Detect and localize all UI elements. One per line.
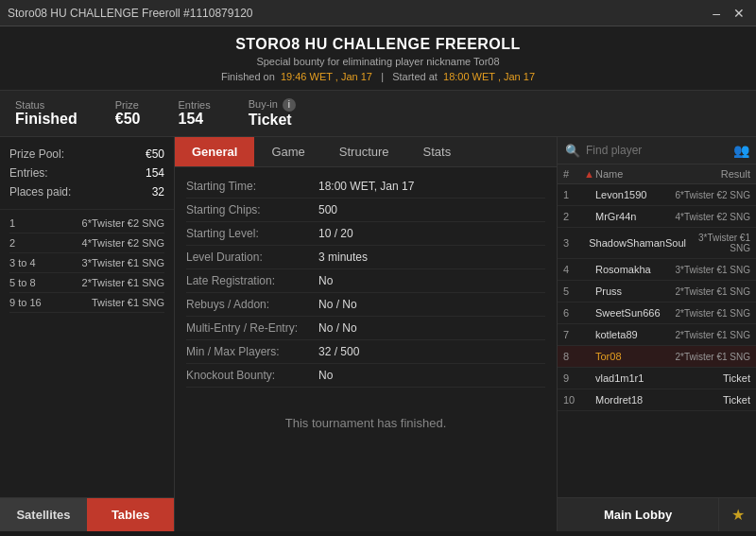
center-panel: GeneralGameStructureStats Starting Time:… bbox=[175, 137, 558, 531]
table-row[interactable]: 10 Mordret18 Ticket bbox=[558, 389, 756, 411]
search-icon: 🔍 bbox=[565, 144, 580, 158]
list-item: Late Registration:No bbox=[186, 269, 545, 293]
tables-button[interactable]: Tables bbox=[87, 498, 174, 531]
prize-info: Prize Pool: €50 Entries: 154 Places paid… bbox=[0, 137, 174, 210]
entries-value-left: 154 bbox=[146, 166, 164, 180]
player-pos: 8 bbox=[563, 351, 584, 362]
right-panel: 🔍 👥 # ▲ Name Result 1 Levon1590 6*Twiste… bbox=[558, 137, 756, 531]
place-pos: 3 to 4 bbox=[9, 257, 36, 268]
tab-general[interactable]: General bbox=[175, 137, 254, 166]
main-content: Prize Pool: €50 Entries: 154 Places paid… bbox=[0, 137, 756, 531]
table-row[interactable]: 4 Rosomakha 3*Twister €1 SNG bbox=[558, 259, 756, 281]
field-value: 18:00 WET, Jan 17 bbox=[318, 180, 414, 193]
player-name: Tor08 bbox=[595, 351, 670, 362]
table-row[interactable]: 6 SweetSun666 2*Twister €1 SNG bbox=[558, 303, 756, 324]
window-title: Storo08 HU CHALLENGE Freeroll #111087912… bbox=[8, 7, 252, 20]
prizepool-row: Prize Pool: €50 bbox=[9, 145, 164, 164]
tab-stats[interactable]: Stats bbox=[406, 137, 469, 166]
main-lobby-bar: Main Lobby ★ bbox=[558, 497, 756, 531]
player-result: 2*Twister €1 SNG bbox=[670, 330, 750, 340]
player-result: 2*Twister €1 SNG bbox=[670, 286, 750, 297]
player-result: 6*Twister €2 SNG bbox=[670, 190, 750, 200]
tab-structure[interactable]: Structure bbox=[322, 137, 406, 166]
col-num-header: # bbox=[563, 168, 584, 180]
prizepool-label: Prize Pool: bbox=[9, 147, 64, 161]
table-row[interactable]: 5 Pruss 2*Twister €1 SNG bbox=[558, 281, 756, 303]
player-name: SweetSun666 bbox=[595, 307, 670, 319]
player-pos: 9 bbox=[563, 372, 584, 384]
tournament-dates: Finished on 19:46 WET , Jan 17 | Started… bbox=[0, 71, 756, 82]
favorite-button[interactable]: ★ bbox=[718, 498, 756, 531]
buyin-label: Buy-in i bbox=[249, 98, 296, 112]
prize-value: €50 bbox=[115, 111, 141, 128]
status-bar: Status Finished Prize €50 Entries 154 Bu… bbox=[0, 91, 756, 137]
list-item: Starting Level:10 / 20 bbox=[186, 222, 545, 246]
field-value: 10 / 20 bbox=[318, 227, 353, 240]
field-label: Rebuys / Addon: bbox=[186, 298, 318, 311]
field-label: Starting Time: bbox=[186, 180, 318, 193]
player-result: 2*Twister €1 SNG bbox=[670, 352, 750, 362]
tab-content: Starting Time:18:00 WET, Jan 17Starting … bbox=[175, 167, 557, 531]
field-label: Late Registration: bbox=[186, 274, 318, 287]
table-row[interactable]: 1 Levon1590 6*Twister €2 SNG bbox=[558, 184, 756, 206]
player-result: 2*Twister €1 SNG bbox=[670, 308, 750, 319]
place-pos: 9 to 16 bbox=[9, 297, 42, 308]
satellites-button[interactable]: Satellites bbox=[0, 498, 87, 531]
player-result: 4*Twister €2 SNG bbox=[670, 212, 750, 222]
tournament-header: STORO8 HU CHALLENGE FREEROLL Special bou… bbox=[0, 26, 756, 91]
main-lobby-button[interactable]: Main Lobby bbox=[558, 498, 718, 531]
buyin-info-icon[interactable]: i bbox=[283, 98, 296, 112]
player-pos: 2 bbox=[563, 211, 584, 222]
entries-label-left: Entries: bbox=[9, 166, 48, 180]
player-name: Levon1590 bbox=[595, 189, 670, 200]
started-time: 18:00 WET , Jan 17 bbox=[443, 71, 535, 82]
tab-bar: GeneralGameStructureStats bbox=[175, 137, 557, 167]
place-prize: 4*Twister €2 SNG bbox=[82, 237, 164, 249]
entries-value: 154 bbox=[178, 111, 210, 128]
field-value: No bbox=[318, 369, 333, 382]
field-label: Starting Level: bbox=[186, 227, 318, 240]
table-row[interactable]: 2 MrGr44n 4*Twister €2 SNG bbox=[558, 206, 756, 228]
col-result-header: Result bbox=[670, 168, 750, 180]
player-pos: 6 bbox=[563, 307, 584, 319]
table-row[interactable]: 8 Tor08 2*Twister €1 SNG bbox=[558, 346, 756, 368]
player-name: Pruss bbox=[595, 285, 670, 297]
search-bar: 🔍 👥 bbox=[558, 137, 756, 164]
minimize-button[interactable]: – bbox=[709, 6, 724, 21]
player-name: MrGr44n bbox=[595, 211, 670, 222]
player-result: 3*Twister €1 SNG bbox=[686, 233, 750, 253]
search-input[interactable] bbox=[586, 144, 728, 157]
list-item: Level Duration:3 minutes bbox=[186, 246, 545, 269]
place-pos: 2 bbox=[9, 237, 15, 249]
placespaid-value: 32 bbox=[152, 185, 164, 199]
tab-game[interactable]: Game bbox=[254, 137, 321, 166]
buyin-value: Ticket bbox=[249, 112, 296, 129]
placespaid-label: Places paid: bbox=[9, 185, 71, 199]
field-value: 3 minutes bbox=[318, 251, 368, 264]
place-prize: 3*Twister €1 SNG bbox=[82, 257, 164, 268]
player-name: Mordret18 bbox=[595, 394, 670, 406]
col-sort-header[interactable]: ▲ bbox=[584, 168, 595, 180]
place-prize: 2*Twister €1 SNG bbox=[82, 277, 164, 288]
close-button[interactable]: ✕ bbox=[730, 6, 748, 21]
table-row[interactable]: 9 vlad1m1r1 Ticket bbox=[558, 368, 756, 389]
prizepool-value: €50 bbox=[146, 147, 164, 161]
list-item: 3 to 43*Twister €1 SNG bbox=[9, 253, 164, 273]
list-item: Starting Chips:500 bbox=[186, 199, 545, 222]
field-label: Multi-Entry / Re-Entry: bbox=[186, 321, 318, 335]
bottom-buttons: Satellites Tables bbox=[0, 497, 174, 531]
table-row[interactable]: 3 ShadowShamanSoul 3*Twister €1 SNG bbox=[558, 228, 756, 259]
status-item-buyin: Buy-in i Ticket bbox=[249, 98, 296, 129]
status-value: Finished bbox=[15, 111, 77, 128]
place-pos: 1 bbox=[9, 217, 15, 229]
prize-places: 16*Twister €2 SNG24*Twister €2 SNG3 to 4… bbox=[0, 210, 174, 497]
entries-label: Entries bbox=[178, 99, 210, 111]
list-item: 9 to 16Twister €1 SNG bbox=[9, 293, 164, 313]
field-value: 500 bbox=[318, 203, 337, 216]
started-label: Started at bbox=[392, 71, 438, 82]
field-label: Level Duration: bbox=[186, 251, 318, 264]
table-row[interactable]: 7 kotleta89 2*Twister €1 SNG bbox=[558, 324, 756, 346]
users-icon[interactable]: 👥 bbox=[733, 143, 749, 158]
status-item-prize: Prize €50 bbox=[115, 99, 141, 128]
field-label: Min / Max Players: bbox=[186, 345, 318, 358]
